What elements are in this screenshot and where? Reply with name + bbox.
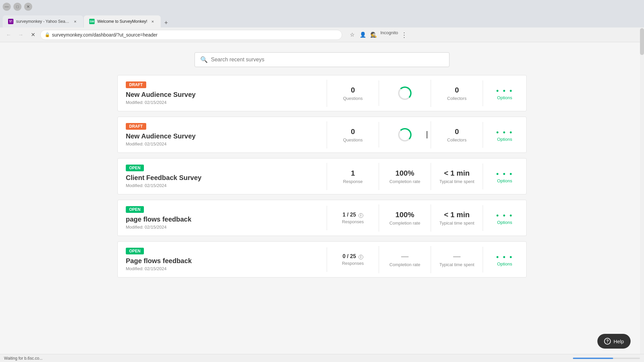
bookmark-button[interactable]: ☆ bbox=[347, 30, 357, 40]
tab-yahoo-close[interactable]: ✕ bbox=[72, 19, 78, 24]
survey-5-title[interactable]: Page flows feedback bbox=[126, 257, 319, 265]
address-bar[interactable]: 🔒 surveymonkey.com/dashboard/?ut_source=… bbox=[40, 30, 342, 40]
status-bar: Waiting for b.6sc.co... bbox=[0, 354, 644, 362]
tab-yahoo-label: surveymonkey - Yahoo Search bbox=[16, 19, 70, 24]
survey-1-spinner-stat bbox=[379, 80, 431, 106]
survey-4-status-badge: OPEN bbox=[126, 206, 144, 213]
survey-3-responses-label: Response bbox=[343, 179, 363, 184]
survey-card-3: OPEN Client Feedback Survey Modified: 02… bbox=[117, 158, 527, 194]
browser-chrome: — □ ✕ Y! surveymonkey - Yahoo Search ✕ S… bbox=[0, 0, 644, 42]
survey-3-responses-value: 1 bbox=[351, 169, 355, 178]
survey-2-questions-value: 0 bbox=[351, 127, 355, 136]
back-button[interactable]: ← bbox=[4, 30, 13, 40]
survey-1-options[interactable]: • • • Options bbox=[483, 80, 526, 106]
survey-5-modified: Modified: 02/15/2024 bbox=[126, 266, 319, 271]
survey-4-options-label[interactable]: Options bbox=[497, 220, 512, 225]
survey-4-completion-label: Completion rate bbox=[389, 221, 420, 226]
survey-3-status-badge: OPEN bbox=[126, 165, 144, 171]
survey-4-info-icon[interactable]: i bbox=[359, 213, 363, 218]
tab-sm-close[interactable]: ✕ bbox=[150, 19, 155, 24]
survey-1-info: DRAFT New Audience Survey Modified: 02/1… bbox=[118, 75, 327, 111]
page-content: 🔍 DRAFT New Audience Survey Modified: 02… bbox=[0, 42, 644, 293]
menu-button[interactable]: ⋮ bbox=[399, 30, 409, 40]
help-button[interactable]: ? Help bbox=[597, 334, 631, 349]
survey-3-options-dots[interactable]: • • • bbox=[496, 170, 513, 178]
maximize-button[interactable]: □ bbox=[13, 3, 21, 11]
address-text: surveymonkey.com/dashboard/?ut_source=he… bbox=[52, 32, 158, 38]
survey-5-options[interactable]: • • • Options bbox=[483, 247, 526, 273]
survey-4-title[interactable]: page flows feedback bbox=[126, 216, 319, 223]
minimize-button[interactable]: — bbox=[3, 3, 11, 11]
survey-5-completion-label: Completion rate bbox=[389, 262, 420, 267]
survey-5-responses: 0 / 25 i Responses bbox=[327, 247, 379, 272]
survey-2-title[interactable]: New Audience Survey bbox=[126, 132, 319, 140]
survey-3-title[interactable]: Client Feedback Survey bbox=[126, 174, 319, 182]
survey-3-completion-label: Completion rate bbox=[389, 179, 420, 184]
survey-4-responses-label: Responses bbox=[342, 219, 364, 224]
survey-4-completion-value: 100% bbox=[395, 210, 414, 219]
survey-2-loading-spinner bbox=[398, 128, 412, 141]
survey-2-info: DRAFT New Audience Survey Modified: 02/1… bbox=[118, 117, 327, 153]
survey-3-time-value: < 1 min bbox=[444, 169, 470, 178]
survey-1-collectors: 0 Collectors bbox=[431, 80, 483, 107]
survey-2-options-dots[interactable]: • • • bbox=[496, 128, 513, 137]
survey-4-options-dots[interactable]: • • • bbox=[496, 211, 513, 220]
survey-5-time-label: Typical time spent bbox=[439, 262, 474, 267]
survey-3-options-label[interactable]: Options bbox=[497, 178, 512, 183]
survey-4-completion: 100% Completion rate bbox=[379, 204, 431, 232]
survey-2-collectors-label: Collectors bbox=[447, 137, 467, 142]
survey-card-1: DRAFT New Audience Survey Modified: 02/1… bbox=[117, 75, 527, 111]
survey-1-modified: Modified: 02/15/2024 bbox=[126, 100, 319, 105]
tab-surveymonkey[interactable]: SM Welcome to SurveyMonkey! ✕ bbox=[84, 15, 161, 27]
survey-1-questions-value: 0 bbox=[351, 86, 355, 95]
window-controls: — □ ✕ bbox=[3, 3, 32, 11]
survey-3-responses: 1 Response bbox=[327, 163, 379, 190]
incognito-button[interactable]: 🕵️ bbox=[369, 30, 378, 40]
close-button[interactable]: ✕ bbox=[24, 3, 32, 11]
survey-2-collectors: 0 Collectors bbox=[431, 121, 483, 148]
survey-5-completion: — Completion rate bbox=[379, 246, 431, 273]
survey-2-collectors-value: 0 bbox=[455, 127, 459, 136]
survey-5-options-dots[interactable]: • • • bbox=[496, 253, 513, 261]
tab-surveymonkey-label: Welcome to SurveyMonkey! bbox=[97, 19, 147, 24]
search-input[interactable] bbox=[211, 57, 444, 63]
survey-4-options[interactable]: • • • Options bbox=[483, 205, 526, 231]
survey-5-info-icon[interactable]: i bbox=[359, 255, 363, 259]
status-text: Waiting for b.6sc.co... bbox=[4, 356, 43, 361]
survey-1-questions-label: Questions bbox=[343, 96, 363, 101]
tab-yahoo[interactable]: Y! surveymonkey - Yahoo Search ✕ bbox=[3, 15, 83, 27]
survey-3-completion-value: 100% bbox=[395, 169, 414, 178]
survey-5-time: — Typical time spent bbox=[431, 246, 483, 273]
survey-1-options-label[interactable]: Options bbox=[497, 95, 512, 100]
survey-4-time: < 1 min Typical time spent bbox=[431, 204, 483, 232]
survey-5-time-dash: — bbox=[453, 252, 461, 261]
survey-3-time: < 1 min Typical time spent bbox=[431, 163, 483, 190]
survey-3-options[interactable]: • • • Options bbox=[483, 164, 526, 189]
lock-icon: 🔒 bbox=[45, 32, 50, 37]
survey-3-completion: 100% Completion rate bbox=[379, 163, 431, 190]
survey-4-responses: 1 / 25 i Responses bbox=[327, 206, 379, 230]
survey-5-options-label[interactable]: Options bbox=[497, 261, 512, 266]
new-tab-button[interactable]: + bbox=[161, 18, 171, 27]
nav-actions: ☆ 👤 🕵️ Incognito ⋮ bbox=[347, 30, 409, 40]
survey-1-title[interactable]: New Audience Survey bbox=[126, 91, 319, 99]
survey-1-options-dots[interactable]: • • • bbox=[496, 86, 513, 95]
scrollbar[interactable] bbox=[640, 28, 644, 354]
scrollbar-thumb[interactable] bbox=[640, 28, 644, 55]
survey-2-questions: 0 Questions bbox=[327, 121, 379, 148]
reload-button[interactable]: ✕ bbox=[28, 30, 38, 40]
survey-2-options-label[interactable]: Options bbox=[497, 137, 512, 142]
nav-bar: ← → ✕ 🔒 surveymonkey.com/dashboard/?ut_s… bbox=[0, 27, 644, 42]
survey-5-responses-label: Responses bbox=[342, 261, 364, 266]
survey-2-options[interactable]: • • • Options bbox=[483, 122, 526, 148]
cursor bbox=[427, 131, 427, 138]
search-box: 🔍 bbox=[195, 52, 449, 67]
sm-favicon: SM bbox=[89, 19, 95, 24]
survey-card-5: OPEN Page flows feedback Modified: 02/15… bbox=[117, 241, 527, 278]
survey-4-time-value: < 1 min bbox=[444, 210, 470, 219]
search-container: 🔍 bbox=[195, 52, 449, 67]
survey-5-completion-dash: — bbox=[401, 252, 409, 261]
profile-button[interactable]: 👤 bbox=[358, 30, 368, 40]
forward-button[interactable]: → bbox=[16, 30, 25, 40]
survey-3-time-label: Typical time spent bbox=[439, 179, 474, 184]
